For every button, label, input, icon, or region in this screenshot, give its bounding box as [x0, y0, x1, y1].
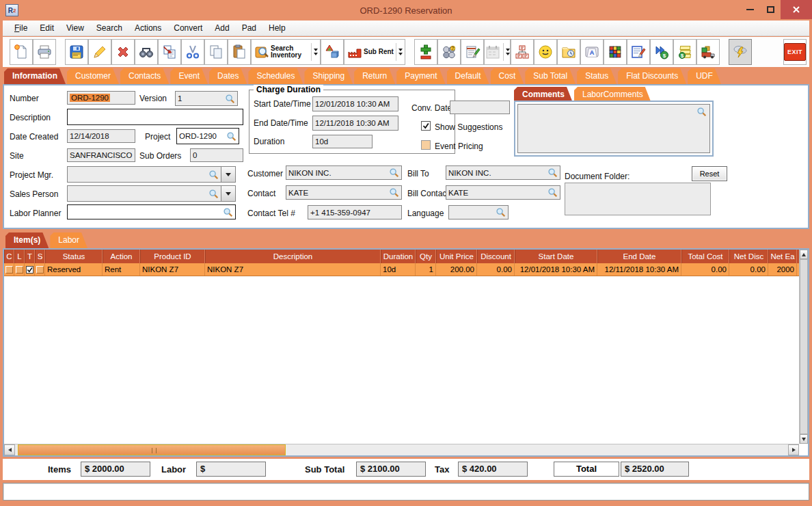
- new-button[interactable]: [10, 39, 33, 65]
- tab-customer[interactable]: Customer: [67, 68, 119, 84]
- project-search-icon[interactable]: [226, 131, 236, 142]
- cell-status[interactable]: Reserved: [45, 263, 103, 276]
- cell-description[interactable]: NIKON Z7: [205, 263, 381, 276]
- bill-to-field[interactable]: NIKON INC.: [446, 165, 560, 180]
- tab-dates[interactable]: Dates: [209, 68, 247, 84]
- project-field[interactable]: ORD-1290: [176, 128, 239, 144]
- copy-button[interactable]: [204, 39, 228, 65]
- sales-person-field[interactable]: [67, 185, 221, 202]
- tab-udf[interactable]: UDF: [688, 68, 721, 84]
- vertical-scrollbar[interactable]: [799, 250, 808, 444]
- sub-total-field[interactable]: $ 2100.00: [356, 462, 426, 477]
- contact-tel-field[interactable]: +1 415-359-0947: [308, 205, 402, 219]
- event-pricing-checkbox[interactable]: [421, 140, 431, 150]
- invoice-button[interactable]: $: [673, 39, 696, 65]
- maximize-button[interactable]: [760, 1, 781, 18]
- print-button[interactable]: [33, 39, 56, 65]
- menu-file[interactable]: File: [8, 21, 33, 35]
- menu-pad[interactable]: Pad: [236, 21, 262, 35]
- smiley-button[interactable]: [534, 39, 557, 65]
- project-mgr-search-icon[interactable]: [208, 170, 219, 180]
- row-checkbox-t[interactable]: [25, 263, 35, 276]
- table-row[interactable]: ReservedRentNIKON Z7NIKON Z710d1200.000.…: [4, 263, 799, 276]
- tab-default[interactable]: Default: [447, 68, 489, 84]
- start-datetime-field[interactable]: 12/01/2018 10:30 AM: [312, 96, 398, 111]
- contact-search-icon[interactable]: [389, 187, 399, 198]
- dropdown-arrows-icon[interactable]: [503, 43, 510, 61]
- history-folder-button[interactable]: [557, 39, 580, 65]
- scroll-right-button[interactable]: [788, 444, 799, 455]
- dropdown-arrows-icon[interactable]: [311, 43, 318, 61]
- tab-flat-discounts[interactable]: Flat Discounts: [618, 68, 686, 84]
- edit-button[interactable]: [88, 39, 111, 65]
- project-mgr-dropdown-button[interactable]: [221, 166, 236, 183]
- horizontal-scroll-thumb[interactable]: [18, 444, 286, 455]
- labor-total-field[interactable]: $: [196, 462, 266, 477]
- menu-view[interactable]: View: [60, 21, 90, 35]
- tab-item-s-[interactable]: Item(s): [5, 232, 49, 248]
- checkbox-icon[interactable]: [5, 266, 13, 274]
- site-field[interactable]: SANFRANCISCO: [67, 148, 135, 162]
- sub-orders-field[interactable]: 0: [190, 148, 243, 162]
- sales-person-dropdown-button[interactable]: [221, 185, 236, 202]
- show-suggestions-checkbox[interactable]: [421, 121, 431, 131]
- row-checkbox-c[interactable]: [4, 263, 14, 276]
- delete-button[interactable]: [111, 39, 135, 65]
- menu-add[interactable]: Add: [208, 21, 235, 35]
- cell-start-date[interactable]: 12/01/2018 10:30 AM: [515, 263, 597, 276]
- header-cell-discount[interactable]: Discount: [477, 250, 515, 263]
- labor-planner-search-icon[interactable]: [223, 207, 233, 217]
- paste-button[interactable]: [228, 39, 251, 65]
- close-button[interactable]: [781, 0, 812, 19]
- header-cell-start-date[interactable]: Start Date: [515, 250, 597, 263]
- dropdown-arrows-icon[interactable]: [396, 43, 403, 61]
- minimize-button[interactable]: [740, 1, 760, 18]
- horizontal-scrollbar[interactable]: [4, 444, 799, 455]
- find-button[interactable]: [135, 39, 158, 65]
- end-datetime-field[interactable]: 12/11/2018 10:30 AM: [312, 116, 398, 131]
- reset-button[interactable]: Reset: [692, 166, 727, 181]
- date-created-field[interactable]: 12/14/2018: [67, 129, 135, 143]
- row-checkbox-l[interactable]: [14, 263, 25, 276]
- conv-date-field[interactable]: [450, 101, 510, 114]
- availability-button[interactable]: ?: [437, 39, 461, 65]
- tab-schedules[interactable]: Schedules: [248, 68, 303, 84]
- scroll-left-button[interactable]: [4, 444, 15, 455]
- version-field[interactable]: 1: [175, 91, 238, 106]
- description-field[interactable]: [67, 109, 243, 125]
- cell-total-cost[interactable]: 0.00: [681, 263, 729, 276]
- copy-to-new-button[interactable]: [158, 39, 181, 65]
- quick-flash-button[interactable]: [729, 39, 752, 65]
- header-cell-end-date[interactable]: End Date: [597, 250, 681, 263]
- bill-contact-search-icon[interactable]: [547, 187, 558, 198]
- number-field[interactable]: ORD-1290: [67, 91, 135, 105]
- labor-planner-field[interactable]: [67, 204, 236, 219]
- cut-button[interactable]: [181, 39, 204, 65]
- edit-document-button[interactable]: [627, 39, 650, 65]
- header-cell-c[interactable]: C: [4, 250, 14, 263]
- tab-payment[interactable]: Payment: [396, 68, 445, 84]
- header-cell-net-ea[interactable]: Net Ea: [768, 250, 797, 263]
- tab-contacts[interactable]: Contacts: [120, 68, 169, 84]
- header-cell-description[interactable]: Description: [205, 250, 381, 263]
- cell-unit-price[interactable]: 200.00: [436, 263, 477, 276]
- cell-discount[interactable]: 0.00: [477, 263, 515, 276]
- header-cell-action[interactable]: Action: [103, 250, 140, 263]
- items-total-field[interactable]: $ 2000.00: [81, 462, 150, 477]
- scroll-up-button[interactable]: [800, 250, 808, 259]
- header-cell-status[interactable]: Status: [45, 250, 103, 263]
- document-folder-box[interactable]: [565, 183, 711, 215]
- project-mgr-field[interactable]: [67, 166, 221, 183]
- tab-sub-total[interactable]: Sub Total: [525, 68, 576, 84]
- search-inventory-button[interactable]: Search Inventory: [251, 39, 321, 65]
- scroll-down-button[interactable]: [800, 434, 808, 444]
- menu-convert[interactable]: Convert: [167, 21, 208, 35]
- customer-field[interactable]: NIKON INC.: [286, 165, 402, 180]
- tab-information[interactable]: Information: [4, 68, 66, 84]
- tab-status[interactable]: Status: [577, 68, 617, 84]
- cube-stack-button[interactable]: [604, 39, 627, 65]
- menu-edit[interactable]: Edit: [33, 21, 60, 35]
- cell-net-ea[interactable]: 2000: [768, 263, 797, 276]
- cell-action[interactable]: Rent: [103, 263, 140, 276]
- money-forward-button[interactable]: $: [650, 39, 673, 65]
